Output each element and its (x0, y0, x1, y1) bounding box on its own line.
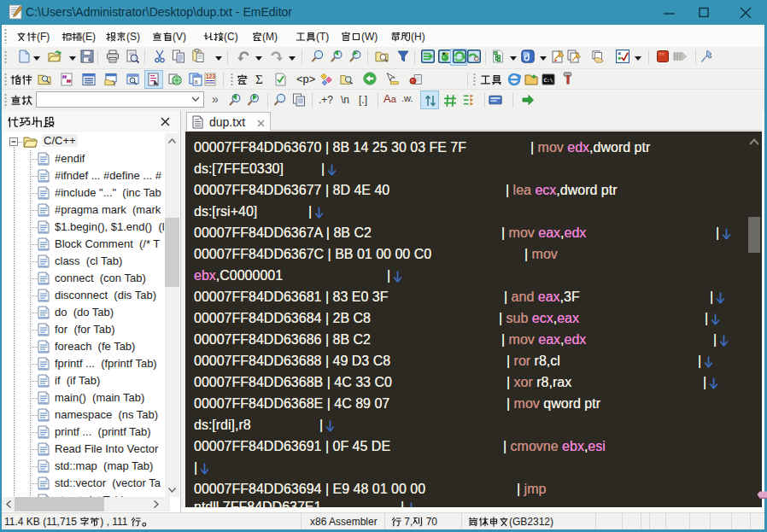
svg-text:C:\: C:\ (544, 77, 553, 83)
svg-text:123: 123 (206, 73, 215, 79)
svg-text:a: a (195, 79, 198, 85)
